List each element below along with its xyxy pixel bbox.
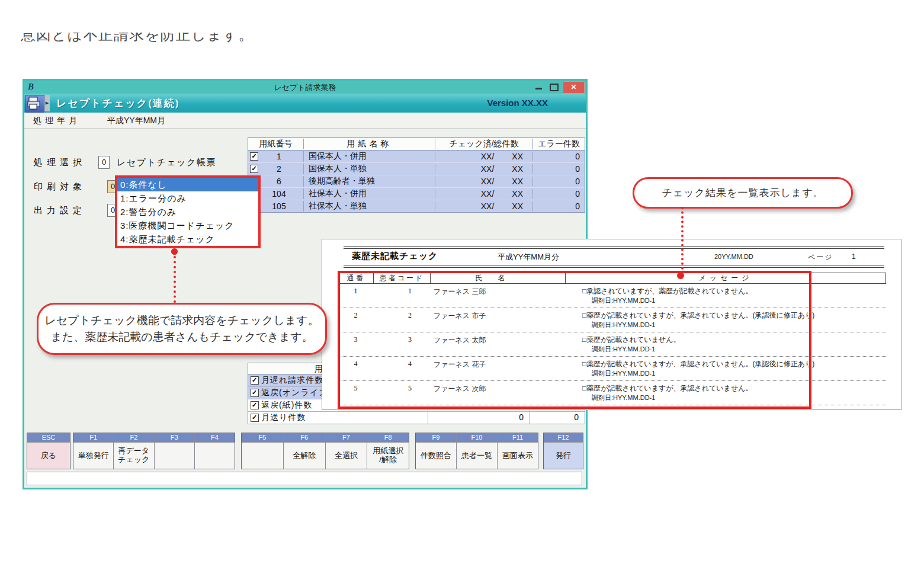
report-rule-bottom bbox=[344, 265, 884, 268]
report-date: 20YY.MM.DD bbox=[714, 253, 753, 260]
version-label: Version XX.XX bbox=[487, 98, 548, 108]
error-count: 0 bbox=[532, 189, 585, 199]
report-highlight-box bbox=[338, 271, 811, 409]
report-period: 平成YY年MM月分 bbox=[498, 252, 559, 263]
checked-count: XX/ bbox=[481, 201, 495, 211]
report-page-number: 1 bbox=[852, 252, 856, 261]
table-row[interactable]: ✓104 社保本人・併用 XX/XX 0 bbox=[248, 188, 585, 200]
recheck-data-button[interactable]: 再データ チェック bbox=[114, 442, 153, 469]
summary-value-1: 0 bbox=[428, 412, 530, 424]
dropdown-option-3[interactable]: 3:医療機関コードチェック bbox=[117, 219, 258, 232]
issue-button[interactable]: 発行 bbox=[544, 442, 583, 469]
table-row[interactable]: ✓1 国保本人・併用 XX/XX 0 bbox=[248, 151, 585, 163]
checked-count: XX/ bbox=[481, 189, 495, 199]
total-count: XX bbox=[512, 177, 523, 186]
summary-label: 月遅れ請求件数 bbox=[261, 375, 323, 386]
single-issue-button[interactable]: 単独発行 bbox=[73, 442, 113, 469]
dropdown-option-1[interactable]: 1:エラー分のみ bbox=[117, 191, 258, 205]
paper-no: 2 bbox=[258, 164, 303, 174]
fkey-header: F5 bbox=[242, 433, 283, 442]
paper-no: 105 bbox=[258, 201, 303, 211]
printer-icon bbox=[25, 95, 44, 113]
report-rule-top bbox=[344, 246, 884, 249]
select-all-button[interactable]: 全選択 bbox=[326, 442, 367, 469]
error-count: 0 bbox=[532, 177, 585, 186]
paper-select-toggle-button[interactable]: 用紙選択 /解除 bbox=[367, 442, 409, 469]
fkey-header: F10 bbox=[457, 433, 497, 442]
fkey-header: F11 bbox=[498, 433, 538, 442]
minimize-button[interactable] bbox=[535, 88, 542, 89]
connector-line-dropdown-callout bbox=[174, 256, 176, 303]
paper-table-header: 用紙番号 用紙名称 チェック済/総件数 エラー件数 bbox=[248, 137, 585, 151]
fkey-header: F4 bbox=[195, 433, 235, 442]
col-errors: エラー件数 bbox=[532, 139, 585, 149]
output-setting-label: 出力設定 bbox=[34, 205, 86, 216]
dropdown-option-2[interactable]: 2:警告分のみ bbox=[117, 205, 258, 219]
count-verify-button[interactable]: 件数照合 bbox=[416, 442, 456, 469]
deselect-all-button[interactable]: 全解除 bbox=[284, 442, 325, 469]
error-count: 0 bbox=[532, 201, 585, 211]
fkey-group-f5-f8: F5 F6全解除 F7全選択 F8用紙選択 /解除 bbox=[241, 433, 409, 469]
paper-no: 104 bbox=[258, 189, 303, 199]
header-arrow-icon: ▶ bbox=[44, 95, 50, 111]
col-paper-name: 用紙名称 bbox=[303, 139, 435, 149]
f5-button[interactable] bbox=[242, 442, 283, 469]
col-checked-total: チェック済/総件数 bbox=[435, 139, 532, 149]
process-select-label: 処理選択 bbox=[34, 157, 86, 168]
maximize-button[interactable] bbox=[550, 84, 559, 91]
connector-dot-message bbox=[677, 272, 684, 279]
screen-header: ▶ レセプトチェック(連続) Version XX.XX bbox=[24, 94, 586, 113]
fkey-header: ESC bbox=[27, 433, 70, 442]
paper-name: 国保本人・単独 bbox=[303, 164, 435, 174]
f3-button[interactable] bbox=[155, 442, 194, 469]
callout-check-results: チェック結果を一覧表示します。 bbox=[633, 177, 853, 209]
callout-receipt-check: レセプトチェック機能で請求内容をチェックします。 また、薬歴未記載の患者さんもチ… bbox=[37, 303, 327, 355]
paper-table: 用紙番号 用紙名称 チェック済/総件数 エラー件数 ✓1 国保本人・併用 XX/… bbox=[248, 137, 585, 213]
total-count: XX bbox=[512, 152, 523, 161]
table-row[interactable]: ✓6 後期高齢者・単独 XX/XX 0 bbox=[248, 175, 585, 188]
patient-list-button[interactable]: 患者一覧 bbox=[457, 442, 497, 469]
checked-count: XX/ bbox=[481, 152, 495, 161]
total-count: XX bbox=[512, 201, 523, 211]
close-button[interactable]: ✕ bbox=[563, 81, 585, 94]
back-button[interactable]: 戻る bbox=[27, 442, 70, 469]
row-checkbox[interactable]: ✓ bbox=[251, 401, 259, 409]
row-checkbox[interactable]: ✓ bbox=[250, 165, 258, 173]
paper-name: 国保本人・併用 bbox=[303, 151, 435, 162]
fkey-header: F9 bbox=[416, 433, 456, 442]
fkey-header: F8 bbox=[367, 433, 409, 442]
table-row[interactable]: ✓105 社保本人・単独 XX/XX 0 bbox=[248, 200, 585, 212]
error-count: 0 bbox=[532, 164, 585, 174]
list-item[interactable]: ✓月送り件数 0 0 bbox=[248, 412, 585, 424]
paper-no: 6 bbox=[258, 177, 303, 186]
summary-label: 返戻(オンライン bbox=[261, 388, 328, 398]
print-target-label: 印刷対象 bbox=[34, 181, 86, 193]
row-checkbox[interactable]: ✓ bbox=[251, 389, 259, 397]
row-checkbox[interactable]: ✓ bbox=[250, 152, 258, 161]
row-checkbox[interactable]: ✓ bbox=[251, 414, 259, 422]
callout-line-2: また、薬歴未記載の患者さんもチェックできます。 bbox=[50, 329, 313, 345]
process-month-bar: 処理年月 平成YY年MM月 bbox=[24, 113, 586, 129]
process-select-input[interactable]: 0 bbox=[98, 156, 110, 169]
screen-display-button[interactable]: 画面表示 bbox=[498, 442, 538, 469]
paper-table-body: ✓1 国保本人・併用 XX/XX 0 ✓2 国保本人・単独 XX/XX 0 ✓6… bbox=[248, 151, 585, 213]
intro-text: 意図とは不正請求を防止します。 bbox=[21, 33, 254, 44]
f4-button[interactable] bbox=[195, 442, 235, 469]
process-select-suffix: レセプトチェック帳票 bbox=[117, 157, 216, 168]
report-page-label: ページ bbox=[808, 252, 833, 263]
table-row[interactable]: ✓2 国保本人・単独 XX/XX 0 bbox=[248, 163, 585, 175]
row-checkbox[interactable]: ✓ bbox=[251, 376, 259, 385]
window-titlebar: B レセプト請求業務 ✕ bbox=[24, 81, 586, 94]
dropdown-option-0[interactable]: 0:条件なし bbox=[117, 178, 258, 191]
fkey-group-f12: F12発行 bbox=[543, 433, 583, 469]
connector-line-callout-report bbox=[681, 207, 684, 270]
fkey-group-f1-f4: F1単独発行 F2再データ チェック F3 F4 bbox=[73, 433, 235, 469]
process-month-value: 平成YY年MM月 bbox=[107, 116, 165, 126]
status-bar bbox=[27, 472, 582, 485]
total-count: XX bbox=[512, 189, 523, 199]
col-paper-no: 用紙番号 bbox=[248, 139, 303, 149]
function-key-bar: ESC 戻る F1単独発行 F2再データ チェック F3 F4 F5 F6全解除… bbox=[27, 433, 583, 469]
callout-text: チェック結果を一覧表示します。 bbox=[662, 186, 823, 200]
dropdown-option-4[interactable]: 4:薬歴未記載チェック bbox=[117, 232, 258, 246]
total-count: XX bbox=[512, 164, 523, 174]
